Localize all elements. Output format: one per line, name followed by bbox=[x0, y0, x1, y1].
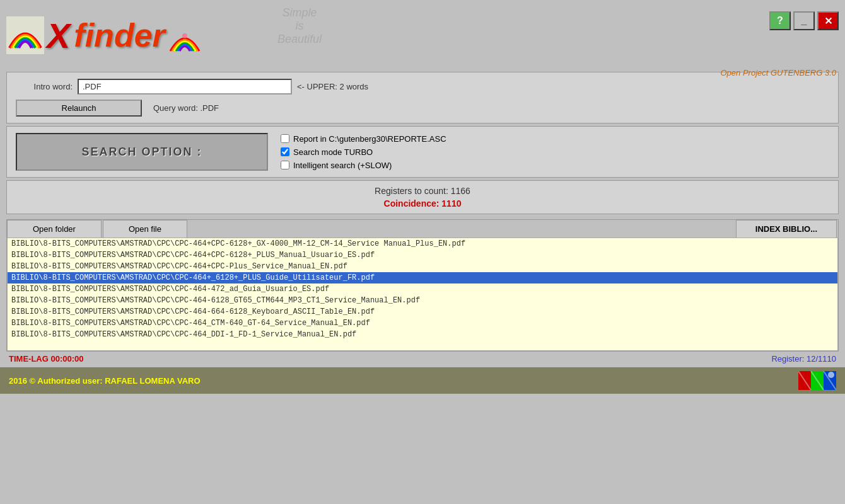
open-project-label: Open Project GUTENBERG 3.0 bbox=[720, 68, 836, 77]
finder-word: finder bbox=[74, 16, 165, 54]
close-button[interactable]: ✕ bbox=[817, 11, 839, 30]
search-option-button[interactable]: SEARCH OPTION : bbox=[16, 133, 268, 171]
relaunch-button[interactable]: Relaunch bbox=[16, 100, 142, 117]
help-button[interactable]: ? bbox=[769, 11, 791, 30]
checkbox-row-1: Report in C:\gutenberg30\REPORTE.ASC bbox=[281, 134, 446, 144]
intro-word-label: Intro word: bbox=[16, 82, 73, 91]
subtitle-line3: Beautiful bbox=[277, 33, 322, 46]
results-area: Open folder Open file INDEX BIBLIO... BI… bbox=[6, 219, 839, 352]
main-content: Intro word: <- UPPER: 2 words Relaunch Q… bbox=[0, 69, 845, 219]
tabs-row: Open folder Open file INDEX BIBLIO... bbox=[7, 220, 838, 238]
open-folder-tab[interactable]: Open folder bbox=[7, 220, 102, 238]
copyright-label: 2016 © Authorized user: RAFAEL LOMENA VA… bbox=[9, 376, 201, 386]
app-title: X finder bbox=[47, 15, 201, 56]
status-row: TIME-LAG 00:00:00 Register: 12/1110 bbox=[0, 352, 845, 366]
list-item[interactable]: BIBLIO\8-BITS_COMPUTERS\AMSTRAD\CPC\CPC-… bbox=[8, 261, 837, 272]
list-item[interactable]: BIBLIO\8-BITS_COMPUTERS\AMSTRAD\CPC\CPC-… bbox=[8, 295, 837, 306]
checkbox-row-2: Search mode TURBO bbox=[281, 147, 446, 157]
rainbow2-icon bbox=[169, 23, 201, 48]
subtitle-line2: is bbox=[277, 20, 322, 33]
footer-logo bbox=[798, 371, 836, 390]
query-word-label: Query word: .PDF bbox=[153, 103, 219, 113]
index-biblio-tab[interactable]: INDEX BIBLIO... bbox=[736, 220, 837, 238]
checkboxes-area: Report in C:\gutenberg30\REPORTE.ASC Sea… bbox=[281, 134, 446, 170]
list-item[interactable]: BIBLIO\8-BITS_COMPUTERS\AMSTRAD\CPC\CPC-… bbox=[8, 329, 837, 340]
rainbow-icon bbox=[6, 16, 44, 54]
intelligent-checkbox-label: Intelligent search (+SLOW) bbox=[293, 161, 392, 170]
search-input-panel: Intro word: <- UPPER: 2 words Relaunch Q… bbox=[6, 72, 839, 123]
registers-panel: Registers to count: 1166 Coincidence: 11… bbox=[6, 180, 839, 214]
list-item[interactable]: BIBLIO\8-BITS_COMPUTERS\AMSTRAD\CPC\CPC-… bbox=[8, 284, 837, 295]
intro-row: Intro word: <- UPPER: 2 words bbox=[16, 79, 829, 94]
intelligent-checkbox[interactable] bbox=[281, 161, 289, 169]
x-letter: X bbox=[47, 15, 70, 56]
report-checkbox-label: Report in C:\gutenberg30\REPORTE.ASC bbox=[293, 134, 446, 144]
search-panel: SEARCH OPTION : Report in C:\gutenberg30… bbox=[16, 133, 829, 171]
list-item[interactable]: BIBLIO\8-BITS_COMPUTERS\AMSTRAD\CPC\CPC-… bbox=[8, 272, 837, 284]
upper-info-label: <- UPPER: 2 words bbox=[297, 82, 368, 91]
file-list[interactable]: BIBLIO\8-BITS_COMPUTERS\AMSTRAD\CPC\CPC-… bbox=[7, 238, 838, 351]
registers-count: Registers to count: 1166 bbox=[12, 186, 833, 196]
svg-point-1 bbox=[182, 33, 187, 38]
open-file-tab[interactable]: Open file bbox=[103, 220, 187, 238]
list-item[interactable]: BIBLIO\8-BITS_COMPUTERS\AMSTRAD\CPC\CPC-… bbox=[8, 249, 837, 261]
intro-word-input[interactable] bbox=[78, 79, 292, 94]
coincidence-label: Coincidence: 1110 bbox=[12, 198, 833, 209]
time-lag-display: TIME-LAG 00:00:00 bbox=[9, 354, 83, 364]
turbo-checkbox-label: Search mode TURBO bbox=[293, 147, 373, 157]
window-controls: ? _ ✕ bbox=[769, 11, 839, 30]
register-info-display: Register: 12/1110 bbox=[771, 354, 836, 364]
svg-point-8 bbox=[828, 372, 834, 378]
minimize-button[interactable]: _ bbox=[793, 11, 815, 30]
checkbox-row-3: Intelligent search (+SLOW) bbox=[281, 161, 446, 170]
report-checkbox[interactable] bbox=[281, 134, 289, 143]
footer: 2016 © Authorized user: RAFAEL LOMENA VA… bbox=[0, 367, 845, 394]
query-row: Relaunch Query word: .PDF bbox=[16, 100, 829, 117]
logo-area: X finder bbox=[6, 15, 839, 56]
list-item[interactable]: BIBLIO\8-BITS_COMPUTERS\AMSTRAD\CPC\CPC-… bbox=[8, 318, 837, 329]
list-item[interactable]: BIBLIO\8-BITS_COMPUTERS\AMSTRAD\CPC\CPC-… bbox=[8, 238, 837, 249]
search-options-panel: SEARCH OPTION : Report in C:\gutenberg30… bbox=[6, 126, 839, 178]
list-item[interactable]: BIBLIO\8-BITS_COMPUTERS\AMSTRAD\CPC\CPC-… bbox=[8, 306, 837, 318]
subtitle-line1: Simple bbox=[277, 6, 322, 20]
subtitle-area: Simple is Beautiful bbox=[277, 6, 322, 46]
title-bar: X finder Simple is Beautiful bbox=[0, 0, 845, 69]
turbo-checkbox[interactable] bbox=[281, 147, 289, 156]
